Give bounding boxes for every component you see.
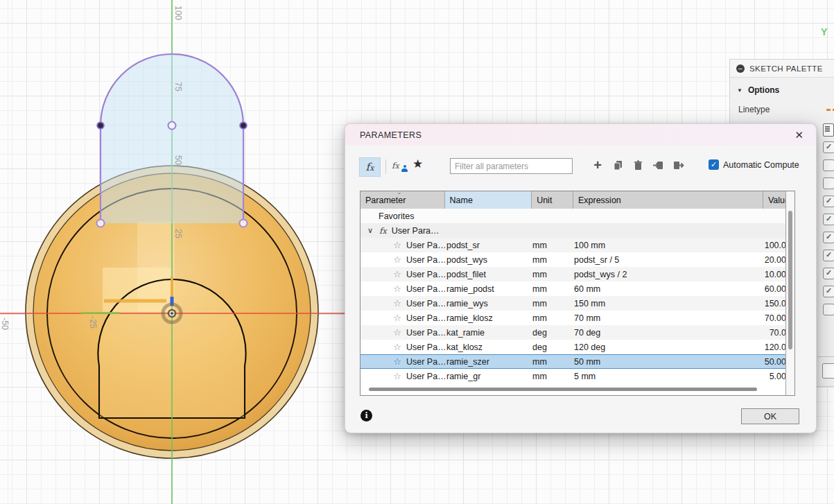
sketch-point-fixed[interactable] xyxy=(97,122,104,129)
sketch-point-fixed[interactable] xyxy=(240,122,247,129)
palette-checkbox[interactable]: ✓ xyxy=(823,195,834,207)
vertical-scrollbar-thumb[interactable] xyxy=(788,211,792,349)
linetype-dashdot-icon[interactable] xyxy=(826,109,834,111)
favorite-star-icon[interactable]: ☆ xyxy=(391,298,403,309)
sketch-point[interactable] xyxy=(240,220,247,227)
linetype-row[interactable]: Linetype xyxy=(730,99,834,119)
favorite-star-icon[interactable]: ☆ xyxy=(391,371,403,381)
column-header-unit[interactable]: Unit xyxy=(532,191,573,209)
grid-label: 50 xyxy=(173,155,183,165)
favorite-star-icon[interactable]: ☆ xyxy=(391,313,403,323)
parameter-expression-cell: 100 mm xyxy=(574,241,761,250)
close-icon[interactable]: ✕ xyxy=(792,128,806,141)
favorites-group-row[interactable]: Favorites xyxy=(360,209,786,223)
parameter-type-cell: User Pa… xyxy=(406,313,445,323)
palette-checkbox[interactable]: ✓ xyxy=(823,286,834,297)
parameter-row[interactable]: ☆User Pa…ramie_podstmm60 mm60.00 xyxy=(360,281,786,296)
column-header-expression[interactable]: Expression xyxy=(573,191,763,209)
automatic-compute-checkbox[interactable]: ✓ xyxy=(709,159,719,170)
parameter-row[interactable]: ☆User Pa…ramie_kloszmm70 mm70.00 xyxy=(360,311,786,325)
column-header-name[interactable]: Name xyxy=(445,191,532,209)
parameter-name-cell: ramie_gr xyxy=(446,372,532,381)
user-parameters-group-row[interactable]: ∨ fx User Para… xyxy=(360,223,786,238)
parameter-row[interactable]: ☆User Pa…podst_filetmmpodst_wys / 210.00 xyxy=(360,267,786,281)
user-parameter-filter-button[interactable]: fx xyxy=(392,159,410,174)
dialog-header[interactable]: PARAMETERS ✕ xyxy=(345,124,816,146)
add-parameter-button[interactable]: + xyxy=(589,157,606,173)
collapse-icon[interactable]: – xyxy=(736,64,745,73)
horizontal-scrollbar[interactable] xyxy=(369,388,757,391)
palette-checkbox[interactable] xyxy=(823,304,834,315)
palette-checkbox[interactable]: ✓ xyxy=(823,214,834,225)
palette-checkbox[interactable] xyxy=(823,177,834,189)
palette-checkbox[interactable] xyxy=(823,159,834,171)
parameter-unit-cell: mm xyxy=(532,255,574,265)
sketch-palette-header[interactable]: – SKETCH PALETTE xyxy=(730,60,834,78)
grid-label: 75 xyxy=(173,82,183,92)
import-parameters-button[interactable] xyxy=(650,157,666,173)
parameter-row[interactable]: ☆User Pa…kat_kloszdeg120 deg120.0 xyxy=(360,340,786,354)
palette-checkbox[interactable]: ✓ xyxy=(823,268,834,279)
favorite-star-icon[interactable]: ☆ xyxy=(391,240,403,250)
parameter-value-cell: 120.0 xyxy=(761,342,786,352)
palette-options-section[interactable]: ▼ Options xyxy=(730,78,834,99)
parameters-table: Parameter ⌄ Name Unit Expression Value F… xyxy=(360,191,795,396)
column-header-parameter[interactable]: Parameter ⌄ xyxy=(360,191,445,209)
parameter-unit-cell: mm xyxy=(532,313,574,323)
favorite-star-icon[interactable]: ☆ xyxy=(391,284,403,294)
parameter-name-cell: ramie_podst xyxy=(446,284,532,294)
favorite-star-icon[interactable]: ☆ xyxy=(391,327,403,338)
export-parameters-button[interactable] xyxy=(670,157,686,173)
parameter-row[interactable]: ☆User Pa…ramie_szermm50 mm50.00 xyxy=(360,354,786,369)
parameter-expression-cell: 120 deg xyxy=(574,342,761,352)
palette-checkbox[interactable]: ✓ xyxy=(823,141,834,153)
palette-divider xyxy=(817,356,834,357)
info-icon[interactable]: i xyxy=(360,410,372,422)
parameter-type-cell: User Pa… xyxy=(406,299,445,309)
favorite-star-icon[interactable]: ☆ xyxy=(391,254,403,265)
group-label: User Para… xyxy=(392,226,440,236)
parameter-row[interactable]: ☆User Pa…ramie_grmm5 mm5.00 xyxy=(360,369,786,383)
parameter-name-cell: ramie_wys xyxy=(446,299,532,309)
user-parameters-button[interactable]: fx xyxy=(359,157,381,177)
vertical-scrollbar[interactable] xyxy=(785,191,794,395)
favorites-filter-button[interactable]: ★ xyxy=(412,157,423,171)
section-expander-icon[interactable]: ▼ xyxy=(737,87,742,94)
parameter-row[interactable]: ☆User Pa…kat_ramiedeg70 deg70.0 xyxy=(360,325,786,340)
arm-sketch-profile[interactable] xyxy=(97,54,247,227)
parameter-expression-cell: podst_sr / 5 xyxy=(574,255,761,265)
group-expander-icon[interactable]: ∨ xyxy=(367,226,373,235)
palette-checkbox[interactable]: ✓ xyxy=(823,250,834,261)
parameter-expression-cell: 5 mm xyxy=(574,372,761,381)
ok-button[interactable]: OK xyxy=(741,408,799,424)
palette-partial-button[interactable] xyxy=(822,363,834,379)
sketch-point[interactable] xyxy=(97,220,105,227)
copy-parameter-button[interactable] xyxy=(609,157,626,173)
viewcube-y-axis-label: Y xyxy=(821,26,827,37)
delete-parameter-button[interactable] xyxy=(629,157,646,173)
parameter-unit-cell: mm xyxy=(532,299,574,309)
favorite-star-icon[interactable]: ☆ xyxy=(391,342,403,352)
favorite-star-icon[interactable]: ☆ xyxy=(391,356,403,367)
favorites-label: Favorites xyxy=(379,211,414,221)
parameter-type-cell: User Pa… xyxy=(406,255,445,265)
parameter-row[interactable]: ☆User Pa…ramie_wysmm150 mm150.0 xyxy=(360,296,786,311)
parameter-type-cell: User Pa… xyxy=(406,372,445,381)
parameter-type-cell: User Pa… xyxy=(406,270,445,279)
parameter-expression-cell: 150 mm xyxy=(574,299,761,309)
grid-label: 100 xyxy=(173,6,183,20)
palette-checkbox[interactable]: ✓ xyxy=(823,232,834,243)
linetype-label: Linetype xyxy=(738,105,770,114)
parameter-expression-cell: 50 mm xyxy=(574,357,761,367)
automatic-compute-label: Automatic Compute xyxy=(723,160,799,170)
favorite-star-icon[interactable]: ☆ xyxy=(391,269,403,279)
parameter-type-cell: User Pa… xyxy=(406,284,445,294)
palette-doc-icon[interactable] xyxy=(823,123,834,137)
filter-input[interactable] xyxy=(450,158,573,174)
parameter-value-cell: 5.00 xyxy=(761,372,786,381)
parameter-row[interactable]: ☆User Pa…podst_wysmmpodst_sr / 520.00 xyxy=(360,252,786,267)
dialog-title: PARAMETERS xyxy=(360,130,422,140)
sketch-point[interactable] xyxy=(168,122,176,130)
parameter-row[interactable]: ☆User Pa…podst_srmm100 mm100.0 xyxy=(360,238,786,252)
parameter-name-cell: podst_wys xyxy=(446,255,532,265)
